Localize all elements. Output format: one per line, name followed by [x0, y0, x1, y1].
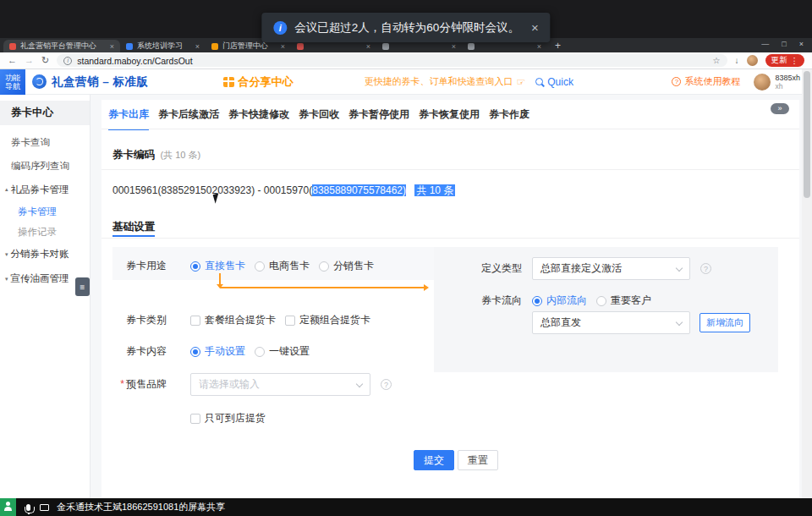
checkbox-store-pickup-only[interactable]: 只可到店提货 [190, 411, 266, 425]
settings-section-title: 基础设置 [112, 220, 155, 234]
radio-icon[interactable] [255, 261, 265, 272]
chevron-down-icon [676, 265, 683, 272]
sidebar-item-code-seq-query[interactable]: 编码序列查询 [0, 154, 90, 178]
help-icon[interactable]: ? [700, 263, 711, 274]
url-text[interactable]: standard.maboy.cn/CardsOut [77, 56, 707, 66]
sidebar-drawer-toggle[interactable]: ≡ [75, 277, 90, 296]
tab-favicon [9, 43, 16, 50]
site-info-icon[interactable]: i [63, 57, 72, 65]
tab-close-icon[interactable]: × [195, 42, 200, 51]
select-value: 总部直发 [540, 316, 581, 330]
category-row: 券卡类别 套餐组合提货卡 定额组合提货卡 [123, 313, 380, 327]
flow-arrow-horizontal [220, 287, 424, 288]
sidebar-item-op-record[interactable]: 操作记录 [0, 222, 90, 242]
radio-icon[interactable] [190, 261, 200, 272]
checkbox-combo-pickup-card[interactable]: 套餐组合提货卡 [190, 313, 276, 327]
radio-one-click-set[interactable]: 一键设置 [255, 344, 310, 359]
toast-close-icon[interactable]: × [531, 20, 539, 35]
maximize-icon[interactable]: □ [782, 40, 786, 48]
tab-void[interactable]: 券卡作废 [489, 107, 529, 130]
radio-distribution-sale[interactable]: 分销售卡 [319, 259, 374, 273]
user-sub: xh [775, 82, 800, 91]
back-icon[interactable]: ← [8, 56, 17, 65]
quick-search[interactable]: Quick [535, 76, 573, 88]
radio-ecommerce-sale[interactable]: 电商售卡 [255, 259, 310, 273]
browser-update-button[interactable]: 更新 ⋮ [765, 54, 805, 67]
reset-button[interactable]: 重置 [458, 450, 498, 470]
tab-resume[interactable]: 券卡恢复使用 [419, 107, 480, 130]
radio-important-customer[interactable]: 重要客户 [596, 294, 651, 308]
system-tutorial-link[interactable]: ? 系统使用教程 [672, 75, 740, 88]
radio-manual-set[interactable]: 手动设置 [190, 344, 245, 359]
radio-icon[interactable] [190, 347, 200, 357]
brand-row: *预售品牌 请选择或输入 ? [117, 373, 392, 396]
tab-title: 系统培训学习 [137, 41, 192, 52]
chevron-down-icon: ▾ [5, 251, 8, 258]
tab-close-icon[interactable]: × [110, 42, 114, 51]
tab-recycle[interactable]: 券卡回收 [299, 107, 339, 130]
chevron-down-icon [356, 381, 363, 387]
checkbox-fixed-combo-pickup-card[interactable]: 定额组合提货卡 [285, 313, 370, 327]
define-type-select[interactable]: 总部直接定义激活 [532, 257, 690, 280]
function-nav-button[interactable]: 功能 导航 [0, 69, 25, 95]
flow-target-select[interactable]: 总部直发 [532, 311, 690, 334]
code-title-text: 券卡编码 [112, 149, 155, 161]
flow-arrow-vertical [219, 273, 221, 284]
microphone-icon[interactable] [26, 504, 30, 511]
reload-icon[interactable]: ↻ [41, 56, 49, 65]
sidebar-item-card-manage[interactable]: 券卡管理 [0, 201, 90, 222]
tab-close-icon[interactable]: × [537, 42, 541, 51]
browser-profile-avatar[interactable] [747, 55, 758, 66]
checkbox-icon[interactable] [190, 316, 200, 326]
browser-tab-2[interactable]: 系统培训学习 × [120, 40, 206, 52]
radio-icon[interactable] [319, 261, 329, 272]
scrollbar-thumb[interactable] [804, 71, 810, 198]
help-icon[interactable]: ? [381, 379, 392, 390]
tab-card-out[interactable]: 券卡出库 [108, 107, 149, 130]
define-type-label: 定义类型 [478, 261, 522, 276]
option-label: 一键设置 [269, 344, 310, 359]
presale-brand-select[interactable]: 请选择或输入 [190, 373, 370, 396]
sidebar-item-card-query[interactable]: 券卡查询 [0, 130, 90, 154]
browser-address-bar: ← → ↻ i standard.maboy.cn/CardsOut ☆ ↓ 更… [0, 52, 812, 69]
radio-icon[interactable] [255, 347, 265, 357]
tab-suspend[interactable]: 券卡暂停使用 [348, 107, 409, 130]
tab-close-icon[interactable]: × [366, 42, 370, 51]
user-account[interactable]: 8385xh xh [754, 74, 800, 91]
checkbox-icon[interactable] [190, 414, 200, 424]
forward-icon[interactable]: → [25, 56, 34, 65]
select-placeholder: 请选择或输入 [199, 377, 260, 392]
radio-icon[interactable] [532, 296, 542, 306]
window-close-icon[interactable]: × [799, 40, 804, 48]
brand-label-text: 预售品牌 [126, 378, 167, 390]
meeting-toast: i 会议已超过2人，自动转为60分钟限时会议。 × [261, 13, 550, 42]
add-flow-button[interactable]: 新增流向 [700, 313, 750, 332]
tab-close-icon[interactable]: × [281, 42, 285, 51]
download-icon[interactable]: ↓ [735, 56, 739, 65]
minimize-icon[interactable]: — [761, 40, 769, 48]
menu-dots-icon: ⋮ [791, 56, 799, 65]
content-row: 券卡内容 手动设置 一键设置 [123, 344, 319, 359]
usage-label: 券卡用途 [123, 259, 167, 273]
sidebar-group-distribution[interactable]: ▾ 分销券卡对账 [0, 242, 90, 266]
promo-entry-link[interactable]: 更快捷的券卡、订单和快递查询入口 ☞ [365, 75, 526, 88]
tab-quick-modify[interactable]: 券卡快捷修改 [228, 107, 289, 130]
bookmark-star-icon[interactable]: ☆ [713, 56, 721, 65]
url-bar[interactable]: i standard.maboy.cn/CardsOut ☆ [57, 54, 727, 67]
radio-direct-sale[interactable]: 直接售卡 [190, 259, 245, 273]
tab-followup-activate[interactable]: 券卡后续激活 [158, 107, 219, 130]
submit-button[interactable]: 提交 [414, 450, 454, 470]
tab-close-icon[interactable]: × [452, 42, 456, 51]
new-tab-button[interactable]: + [555, 40, 561, 52]
content-label: 券卡内容 [123, 344, 167, 359]
checkbox-icon[interactable] [285, 316, 295, 326]
browser-tab-1[interactable]: 礼盒营销平台管理中心 × [3, 40, 120, 52]
sidebar-group-gift-card-mgmt[interactable]: ▴ 礼品券卡管理 [0, 178, 90, 201]
app-title: 礼盒营销 – 标准版 [52, 74, 149, 90]
radio-internal-flow[interactable]: 内部流向 [532, 294, 587, 308]
radio-icon[interactable] [596, 296, 606, 306]
divider [102, 238, 799, 239]
collapse-panel-button[interactable]: » [771, 103, 789, 114]
share-center-link[interactable]: 合分享中心 [223, 74, 294, 90]
card-out-tabbar: 券卡出库 券卡后续激活 券卡快捷修改 券卡回收 券卡暂停使用 券卡恢复使用 券卡… [108, 107, 529, 130]
